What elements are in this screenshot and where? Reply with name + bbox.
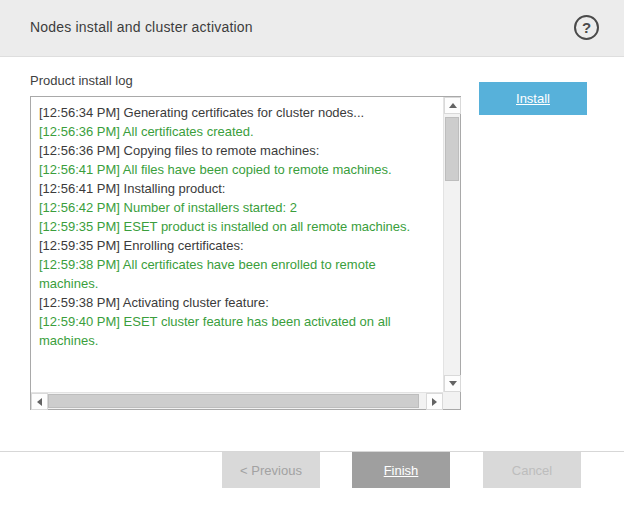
horizontal-scrollbar-thumb[interactable] [48, 394, 419, 408]
scroll-right-button[interactable] [426, 393, 443, 410]
log-lines: [12:56:34 PM] Generating certificates fo… [31, 97, 443, 392]
wizard-window: Nodes install and cluster activation ? P… [0, 0, 624, 511]
arrow-left-icon [37, 398, 42, 406]
vertical-scrollbar-thumb[interactable] [445, 117, 459, 181]
scrollbar-corner [443, 392, 460, 409]
horizontal-scrollbar[interactable] [31, 392, 443, 409]
install-button[interactable]: Install [479, 82, 587, 115]
log-line: [12:56:34 PM] Generating certificates fo… [39, 103, 437, 122]
log-line: [12:56:41 PM] Installing product: [39, 179, 437, 198]
vertical-scrollbar[interactable] [443, 97, 460, 392]
cancel-button-label: Cancel [512, 463, 552, 478]
scroll-down-button[interactable] [444, 375, 461, 392]
finish-button-label: Finish [384, 463, 419, 478]
log-line: [12:59:40 PM] ESET cluster feature has b… [39, 312, 437, 350]
previous-button[interactable]: < Previous [222, 452, 320, 488]
log-line: [12:59:38 PM] All certificates have been… [39, 255, 437, 293]
arrow-right-icon [432, 398, 437, 406]
page-title: Nodes install and cluster activation [30, 19, 253, 35]
log-line: [12:59:38 PM] Activating cluster feature… [39, 293, 437, 312]
finish-button[interactable]: Finish [352, 452, 450, 488]
log-line: [12:59:35 PM] ESET product is installed … [39, 217, 437, 236]
scroll-up-button[interactable] [444, 97, 461, 114]
log-line: [12:56:42 PM] Number of installers start… [39, 198, 437, 217]
arrow-up-icon [449, 103, 457, 108]
log-line: [12:56:41 PM] All files have been copied… [39, 160, 437, 179]
log-line: [12:56:36 PM] All certificates created. [39, 122, 437, 141]
previous-button-label: < Previous [240, 463, 302, 478]
log-line: [12:59:35 PM] Enrolling certificates: [39, 236, 437, 255]
install-log: [12:56:34 PM] Generating certificates fo… [30, 96, 461, 410]
question-icon: ? [582, 20, 591, 35]
log-label: Product install log [30, 73, 133, 88]
help-button[interactable]: ? [574, 15, 599, 40]
header-bar: Nodes install and cluster activation ? [0, 0, 624, 57]
scroll-left-button[interactable] [31, 393, 48, 410]
cancel-button[interactable]: Cancel [483, 452, 581, 488]
install-button-label: Install [516, 91, 550, 106]
log-line: [12:56:36 PM] Copying files to remote ma… [39, 141, 437, 160]
arrow-down-icon [449, 381, 457, 386]
